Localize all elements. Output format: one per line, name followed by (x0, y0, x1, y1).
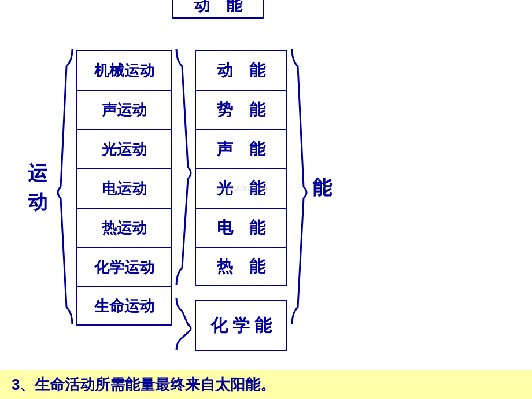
left-label-char1: 运 (28, 160, 47, 187)
motion-box-huaxue: 化学运动 (76, 247, 172, 286)
energy-box-shi: 势 能 (195, 90, 287, 129)
motion-box-dian: 电运动 (76, 168, 172, 208)
bottom-bar: 3、生命活动所需能量最终来自太阳能。 (0, 370, 532, 399)
middle-bottom-brace (173, 298, 194, 353)
top-energy-boxes: 动 能 势 能 声 能 光 能 电 能 热 能 (195, 50, 287, 286)
left-brace-svg (55, 49, 75, 324)
energy-box-re: 热 能 (195, 247, 287, 286)
energy-box-dian: 电 能 (195, 208, 287, 247)
main-content: 运 动 机械运动 声运动 光运动 电运动 热运动 化学运动 生命运动 (0, 0, 532, 370)
layout-wrapper: 运 动 机械运动 声运动 光运动 电运动 热运动 化学运动 生命运动 (0, 6, 532, 370)
left-brace (55, 49, 75, 327)
right-brace-svg (289, 49, 309, 324)
energy-box-dong: 动 能 (195, 50, 287, 90)
motion-box-shengming: 生命运动 (76, 286, 172, 326)
left-label: 运 动 (28, 160, 47, 216)
middle-top-brace (173, 49, 194, 287)
motion-boxes: 机械运动 声运动 光运动 电运动 热运动 化学运动 生命运动 (76, 50, 172, 326)
inner-layout: 运 动 机械运动 声运动 光运动 电运动 热运动 化学运动 生命运动 (23, 14, 509, 361)
bottom-text: 3、生命活动所需能量最终来自太阳能。 (12, 375, 275, 395)
motion-box-guang: 光运动 (76, 129, 172, 168)
mid-bot-brace-svg (173, 298, 194, 350)
right-brace (289, 49, 309, 327)
motion-box-sheng: 声运动 (76, 90, 172, 129)
energy-box-sheng: 声 能 (195, 129, 287, 168)
mid-top-brace-svg (173, 49, 194, 285)
bottom-energy-box: 化 学 能 (195, 300, 287, 351)
energy-box-guang: 光 能 (195, 168, 287, 208)
right-label: 能 (312, 175, 332, 201)
top-dong-partial: 动 能 (172, 0, 264, 19)
left-label-char2: 动 (28, 189, 47, 216)
motion-box-jixie: 机械运动 (76, 50, 172, 90)
motion-box-re: 热运动 (76, 208, 172, 247)
